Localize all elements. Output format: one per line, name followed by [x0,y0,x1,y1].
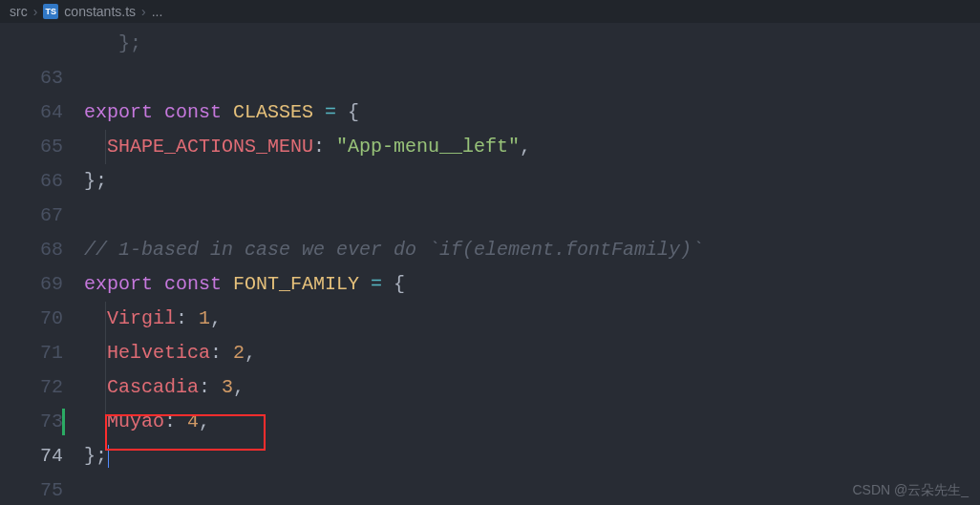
code-line[interactable] [84,473,980,505]
code-editor[interactable]: 63646566676869707172737475 };export cons… [0,23,980,505]
line-number: 73 [0,405,63,439]
line-number: 63 [0,61,63,95]
code-line[interactable]: export const FONT_FAMILY = { [84,267,980,302]
line-number: 64 [0,95,63,130]
indent-guide [105,302,106,336]
indent-guide [105,405,106,439]
line-number: 65 [0,130,63,164]
text-cursor [108,445,109,468]
line-number: 75 [0,473,63,505]
typescript-file-icon: TS [43,4,58,19]
code-line[interactable]: }; [84,27,980,61]
line-number-gutter: 63646566676869707172737475 [0,23,84,505]
code-line[interactable] [84,61,980,95]
code-line[interactable]: Cascadia: 3, [84,370,980,405]
code-line[interactable]: }; [84,439,980,473]
breadcrumb-separator: › [33,4,38,19]
line-number: 72 [0,370,63,405]
breadcrumbs[interactable]: src › TS constants.ts › ... [0,0,980,23]
line-number: 71 [0,336,63,370]
code-line[interactable]: SHAPE_ACTIONS_MENU: "App-menu__left", [84,130,980,164]
code-content[interactable]: };export const CLASSES = { SHAPE_ACTIONS… [84,23,980,505]
line-number: 69 [0,267,63,302]
line-number [0,27,63,61]
line-number: 70 [0,302,63,336]
watermark-text: CSDN @云朵先生_ [852,482,969,499]
indent-guide [105,370,106,405]
line-number: 74 [0,439,63,473]
code-line[interactable]: Helvetica: 2, [84,336,980,370]
breadcrumb-symbol[interactable]: ... [152,4,163,19]
line-number: 68 [0,233,63,267]
line-number: 67 [0,199,63,233]
code-line[interactable]: Muyao: 4, [84,405,980,439]
code-line[interactable] [84,199,980,233]
line-number: 66 [0,164,63,199]
indent-guide [105,336,106,370]
code-line[interactable]: // 1-based in case we ever do `if(elemen… [84,233,980,267]
code-line[interactable]: Virgil: 1, [84,302,980,336]
code-line[interactable]: export const CLASSES = { [84,95,980,130]
breadcrumb-file[interactable]: constants.ts [64,4,136,19]
breadcrumb-root[interactable]: src [10,4,28,19]
code-line[interactable]: }; [84,164,980,199]
indent-guide [105,130,106,164]
breadcrumb-separator: › [141,4,146,19]
